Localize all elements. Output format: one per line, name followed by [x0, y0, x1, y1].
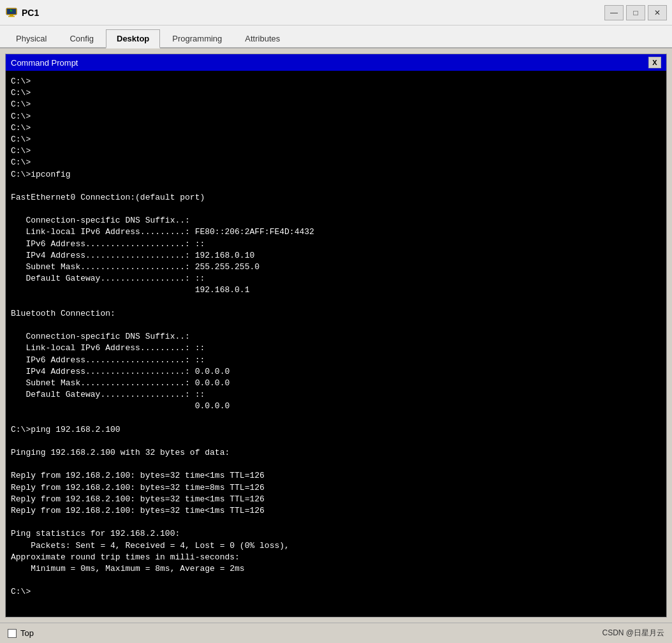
computer-icon: [5, 6, 18, 19]
top-label: Top: [20, 628, 34, 638]
maximize-button[interactable]: □: [626, 5, 645, 20]
top-checkbox[interactable]: [8, 629, 17, 638]
cmd-close-button[interactable]: X: [648, 57, 661, 68]
bottom-bar: Top CSDN @日星月云: [0, 623, 672, 643]
cmd-window: Command Prompt X C:\> C:\> C:\> C:\> C:\…: [5, 54, 667, 617]
tab-physical[interactable]: Physical: [5, 29, 57, 47]
title-bar-left: PC1: [5, 6, 39, 19]
minimize-button[interactable]: —: [604, 5, 624, 20]
tab-bar: Physical Config Desktop Programming Attr…: [0, 26, 672, 48]
tab-programming[interactable]: Programming: [161, 29, 233, 47]
title-bar: PC1 — □ ✕: [0, 0, 672, 26]
cmd-title-label: Command Prompt: [11, 58, 78, 68]
bottom-left: Top: [8, 628, 34, 638]
main-content: Command Prompt X C:\> C:\> C:\> C:\> C:\…: [0, 48, 672, 623]
close-button[interactable]: ✕: [648, 5, 667, 20]
svg-rect-1: [10, 15, 13, 16]
tab-desktop[interactable]: Desktop: [106, 29, 160, 48]
svg-rect-2: [8, 16, 15, 17]
tab-attributes[interactable]: Attributes: [234, 29, 291, 47]
watermark: CSDN @日星月云: [602, 628, 664, 639]
terminal-output[interactable]: C:\> C:\> C:\> C:\> C:\> C:\> C:\> C:\> …: [6, 71, 666, 617]
window-title: PC1: [22, 8, 39, 18]
cmd-title-bar: Command Prompt X: [6, 54, 666, 71]
tab-config[interactable]: Config: [59, 29, 105, 47]
title-controls: — □ ✕: [604, 5, 667, 20]
